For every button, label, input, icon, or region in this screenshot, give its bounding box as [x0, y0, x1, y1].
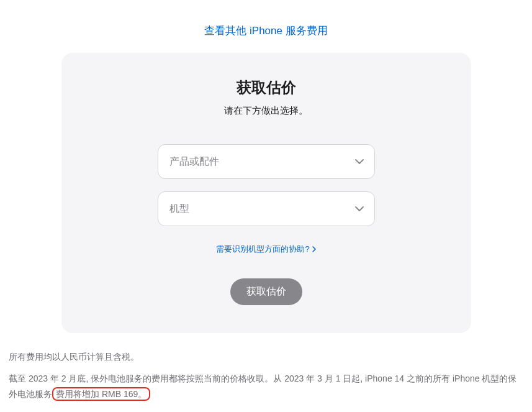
card-subtitle: 请在下方做出选择。	[99, 105, 434, 117]
model-select[interactable]: 机型	[158, 191, 375, 226]
get-estimate-button[interactable]: 获取估价	[230, 278, 302, 305]
page-container: 查看其他 iPhone 服务费用 获取估价 请在下方做出选择。 产品或配件 机型…	[0, 0, 532, 403]
identify-model-help-link[interactable]: 需要识别机型方面的协助?	[216, 244, 315, 255]
other-services-link[interactable]: 查看其他 iPhone 服务费用	[204, 25, 327, 37]
chevron-right-icon	[312, 244, 316, 254]
top-link-wrapper: 查看其他 iPhone 服务费用	[0, 0, 532, 53]
product-select-wrapper: 产品或配件	[158, 144, 375, 179]
product-select-placeholder: 产品或配件	[169, 155, 219, 168]
submit-button-wrapper: 获取估价	[99, 278, 434, 305]
footer-notes: 所有费用均以人民币计算且含税。 截至 2023 年 2 月底, 保外电池服务的费…	[0, 333, 532, 403]
model-select-wrapper: 机型	[158, 191, 375, 226]
help-link-label: 需要识别机型方面的协助?	[216, 244, 309, 255]
model-select-placeholder: 机型	[169, 203, 189, 216]
card-title: 获取估价	[99, 78, 434, 98]
product-select[interactable]: 产品或配件	[158, 144, 375, 179]
estimate-card: 获取估价 请在下方做出选择。 产品或配件 机型 需要识别机型方面的协助?	[61, 53, 471, 333]
footer-note-tax: 所有费用均以人民币计算且含税。	[9, 349, 523, 365]
price-increase-highlight: 费用将增加 RMB 169。	[52, 387, 150, 401]
footer-note-price-change: 截至 2023 年 2 月底, 保外电池服务的费用都将按照当前的价格收取。从 2…	[9, 371, 523, 402]
